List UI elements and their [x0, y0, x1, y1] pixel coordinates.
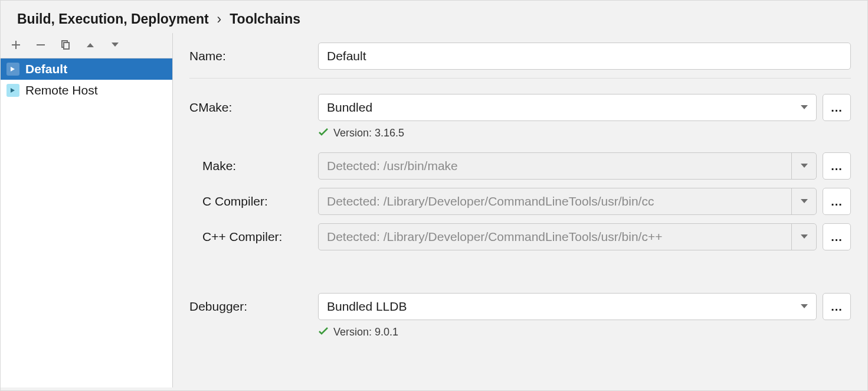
breadcrumb-separator: › — [216, 11, 223, 27]
toolchain-sidebar: Default Remote Host — [1, 33, 173, 387]
toolchain-item-default[interactable]: Default — [1, 58, 172, 80]
label-make: Make: — [189, 159, 318, 173]
name-value: Default — [327, 49, 366, 63]
cmake-status: Version: 3.16.5 — [318, 127, 851, 139]
cmake-version: Version: 3.16.5 — [333, 127, 404, 139]
toolchain-item-label: Default — [25, 62, 67, 76]
toolchain-item-remote-host[interactable]: Remote Host — [1, 80, 172, 101]
move-down-button[interactable] — [108, 38, 122, 52]
toolchain-icon — [6, 63, 19, 76]
cmake-value: Bundled — [327, 100, 372, 115]
add-button[interactable] — [9, 38, 23, 52]
copy-button[interactable] — [58, 38, 73, 52]
move-up-button[interactable] — [83, 38, 97, 52]
row-make: Make: Detected: /usr/bin/make ... — [189, 152, 851, 180]
row-name: Name: Default — [189, 43, 851, 70]
c-compiler-browse-button[interactable]: ... — [823, 188, 851, 215]
toolchain-item-label: Remote Host — [25, 83, 98, 97]
toolchain-form: Name: Default CMake: Bundled — [173, 33, 867, 387]
debugger-select[interactable]: Bundled LLDB — [318, 293, 817, 320]
toolchain-list: Default Remote Host — [1, 58, 172, 387]
remove-button[interactable] — [34, 38, 48, 52]
debugger-browse-button[interactable]: ... — [823, 293, 851, 320]
breadcrumb-leaf: Toolchains — [230, 11, 300, 27]
divider — [189, 78, 851, 79]
breadcrumb: Build, Execution, Deployment › Toolchain… — [1, 1, 867, 33]
row-cpp-compiler: C++ Compiler: Detected: /Library/Develop… — [189, 223, 851, 250]
label-cpp-compiler: C++ Compiler: — [189, 230, 318, 244]
cpp-compiler-browse-button[interactable]: ... — [823, 223, 851, 250]
make-input[interactable]: Detected: /usr/bin/make — [318, 152, 817, 180]
svg-rect-1 — [64, 43, 69, 49]
debugger-status: Version: 9.0.1 — [318, 326, 851, 338]
label-debugger: Debugger: — [189, 299, 318, 314]
c-compiler-input[interactable]: Detected: /Library/Developer/CommandLine… — [318, 188, 817, 215]
cpp-compiler-placeholder: Detected: /Library/Developer/CommandLine… — [327, 230, 662, 244]
breadcrumb-root[interactable]: Build, Execution, Deployment — [17, 11, 209, 27]
name-input[interactable]: Default — [318, 43, 851, 70]
chevron-down-icon — [791, 188, 816, 214]
chevron-down-icon — [791, 153, 816, 179]
settings-toolchains-page: Build, Execution, Deployment › Toolchain… — [0, 0, 868, 391]
debugger-value: Bundled LLDB — [327, 299, 407, 314]
row-debugger: Debugger: Bundled LLDB ... — [189, 293, 851, 320]
checkmark-icon — [318, 127, 329, 139]
make-placeholder: Detected: /usr/bin/make — [327, 159, 458, 173]
remote-toolchain-icon — [6, 84, 19, 97]
row-cmake: CMake: Bundled ... — [189, 94, 851, 121]
cpp-compiler-input[interactable]: Detected: /Library/Developer/CommandLine… — [318, 223, 817, 250]
cmake-browse-button[interactable]: ... — [823, 94, 851, 121]
chevron-down-icon — [791, 224, 816, 250]
chevron-down-icon — [791, 294, 816, 320]
row-c-compiler: C Compiler: Detected: /Library/Developer… — [189, 188, 851, 215]
toolchain-toolbar — [1, 33, 172, 58]
make-browse-button[interactable]: ... — [823, 152, 851, 180]
debugger-version: Version: 9.0.1 — [333, 326, 398, 338]
cmake-select[interactable]: Bundled — [318, 94, 817, 121]
checkmark-icon — [318, 326, 329, 338]
label-c-compiler: C Compiler: — [189, 194, 318, 208]
chevron-down-icon — [791, 95, 816, 120]
label-cmake: CMake: — [189, 100, 318, 115]
c-compiler-placeholder: Detected: /Library/Developer/CommandLine… — [327, 194, 654, 208]
label-name: Name: — [189, 49, 318, 63]
